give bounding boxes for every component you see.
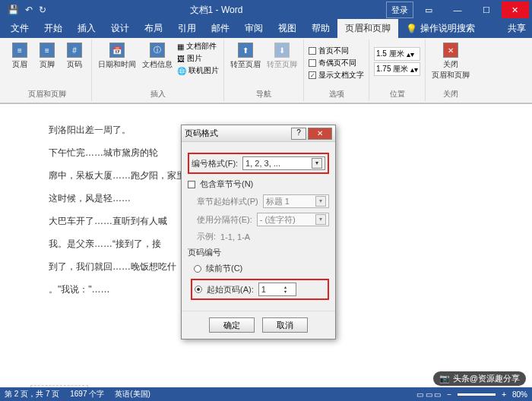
separator-combo: - (连字符)▾ [257, 213, 329, 226]
cancel-button[interactable]: 取消 [262, 317, 308, 333]
tab-bar: 文件 开始 插入 设计 布局 引用 邮件 审阅 视图 帮助 页眉和页脚 💡操作说… [0, 20, 532, 38]
group-hf: 页眉和页脚 [8, 89, 87, 99]
help-icon[interactable]: ? [291, 128, 306, 140]
status-lang[interactable]: 英语(美国) [115, 389, 150, 399]
group-options: 选项 [309, 89, 364, 99]
chapter-style-combo: 标题 1▾ [263, 194, 329, 208]
dialog-title: 页码格式 [185, 128, 218, 139]
separator-label: 使用分隔符(E): [197, 214, 252, 226]
close-hf-button[interactable]: ✕关闭 页眉和页脚 [430, 41, 471, 82]
zoom-level[interactable]: 80% [512, 390, 527, 399]
status-words[interactable]: 1697 个字 [70, 389, 104, 399]
picture-button[interactable]: 🖼图片 [177, 53, 219, 64]
tab-references[interactable]: 引用 [170, 19, 204, 38]
ok-button[interactable]: 确定 [209, 317, 255, 333]
group-position: 位置 [374, 89, 420, 99]
online-picture-button[interactable]: 🌐联机图片 [177, 65, 219, 76]
include-chapter-check[interactable]: 包含章节号(N) [188, 178, 329, 190]
login-button[interactable]: 登录 [386, 2, 413, 18]
zoom-in-icon[interactable]: + [502, 390, 506, 399]
header-button[interactable]: ≡页眉 [8, 41, 32, 71]
docinfo-button[interactable]: ⓘ文档信息 [141, 41, 174, 71]
chapter-style-label: 章节起始样式(P) [197, 196, 258, 207]
tab-design[interactable]: 设计 [103, 19, 137, 38]
tab-header-footer[interactable]: 页眉和页脚 [337, 19, 398, 38]
ribbon-options-icon[interactable]: ▭ [415, 2, 442, 18]
group-nav: 导航 [229, 89, 299, 99]
close-icon[interactable]: ✕ [502, 2, 529, 18]
example-label: 示例: [197, 231, 216, 242]
numbering-title: 页码编号 [188, 248, 221, 257]
tab-view[interactable]: 视图 [271, 19, 304, 38]
format-combo[interactable]: 1, 2, 3, ...▾ [242, 156, 325, 170]
group-close: 关闭 [430, 89, 471, 99]
continue-radio[interactable]: 续前节(C) [194, 263, 329, 274]
footer-bottom-spin[interactable]: 1.75 厘米▴▾ [374, 62, 420, 76]
undo-icon[interactable]: ↶ [25, 5, 33, 15]
zoom-out-icon[interactable]: − [447, 390, 451, 399]
goto-header-button[interactable]: ⬆转至页眉 [229, 41, 262, 71]
minimize-icon[interactable]: — [444, 2, 471, 18]
bulb-icon: 💡 [406, 24, 417, 34]
docparts-button[interactable]: ▦文档部件 [177, 41, 219, 52]
tab-review[interactable]: 审阅 [237, 19, 271, 38]
show-doc-check[interactable]: 显示文档文字 [309, 70, 364, 81]
pagenum-button[interactable]: #页码 [62, 41, 87, 71]
status-page[interactable]: 第 2 页，共 7 页 [5, 389, 59, 399]
window-title: 文档1 - Word [190, 4, 243, 17]
view-icons[interactable]: ▭ ▭ ▭ [416, 390, 442, 399]
dialog-close-icon[interactable]: ✕ [308, 128, 332, 140]
tab-insert[interactable]: 插入 [70, 19, 103, 38]
share-button[interactable]: 共享 [500, 19, 532, 38]
tab-mailings[interactable]: 邮件 [204, 19, 237, 38]
start-at-spin[interactable]: 1▴▾ [258, 283, 296, 296]
save-icon[interactable]: 💾 [8, 5, 19, 15]
footer-button[interactable]: ≡页脚 [35, 41, 59, 71]
date-button[interactable]: 📅日期和时间 [97, 41, 138, 71]
group-insert: 插入 [97, 89, 219, 99]
diff-first-check[interactable]: 首页不同 [309, 46, 364, 56]
watermark: 📷头条@资源趣分享 [433, 371, 526, 386]
page-number-format-dialog: 页码格式 ? ✕ 编号格式(F): 1, 2, 3, ...▾ 包含章节号(N)… [181, 125, 336, 339]
redo-icon[interactable]: ↻ [39, 5, 46, 15]
tab-layout[interactable]: 布局 [137, 19, 170, 38]
tab-file[interactable]: 文件 [3, 19, 36, 38]
tab-home[interactable]: 开始 [36, 19, 70, 38]
example-value: 1-1, 1-A [220, 232, 250, 242]
tell-me[interactable]: 💡操作说明搜索 [398, 19, 483, 38]
start-at-radio[interactable]: 起始页码(A): 1▴▾ [191, 279, 329, 300]
goto-footer-button: ⬇转至页脚 [265, 41, 299, 71]
header-top-spin[interactable]: 1.5 厘米▴▾ [374, 47, 420, 61]
chevron-down-icon: ▾ [312, 158, 322, 169]
tab-help[interactable]: 帮助 [304, 19, 337, 38]
diff-odd-check[interactable]: 奇偶页不同 [309, 58, 364, 68]
zoom-slider[interactable] [458, 393, 496, 396]
format-label: 编号格式(F): [192, 158, 238, 169]
maximize-icon[interactable]: ☐ [473, 2, 500, 18]
